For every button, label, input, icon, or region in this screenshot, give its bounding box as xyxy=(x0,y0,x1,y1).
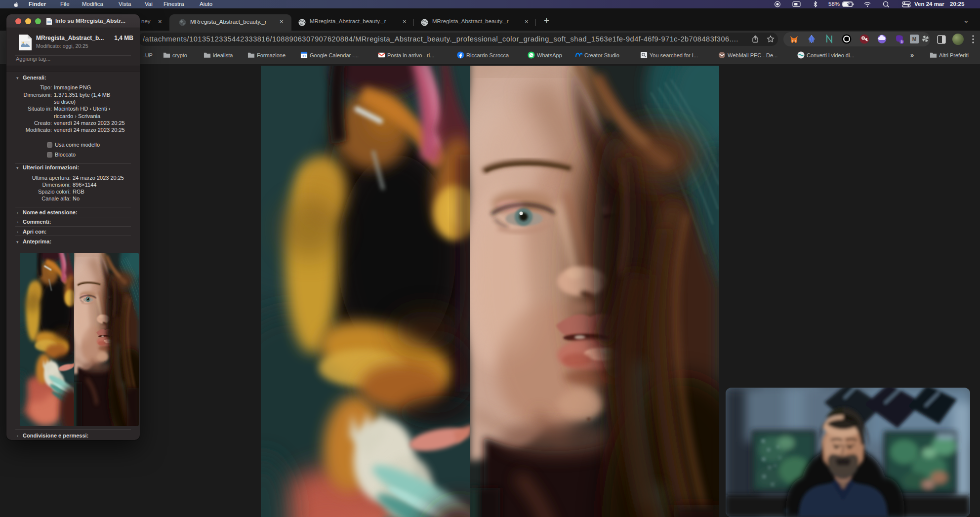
svg-text:31: 31 xyxy=(302,54,306,58)
svg-text:M: M xyxy=(912,37,916,42)
svg-text:5: 5 xyxy=(901,40,903,43)
